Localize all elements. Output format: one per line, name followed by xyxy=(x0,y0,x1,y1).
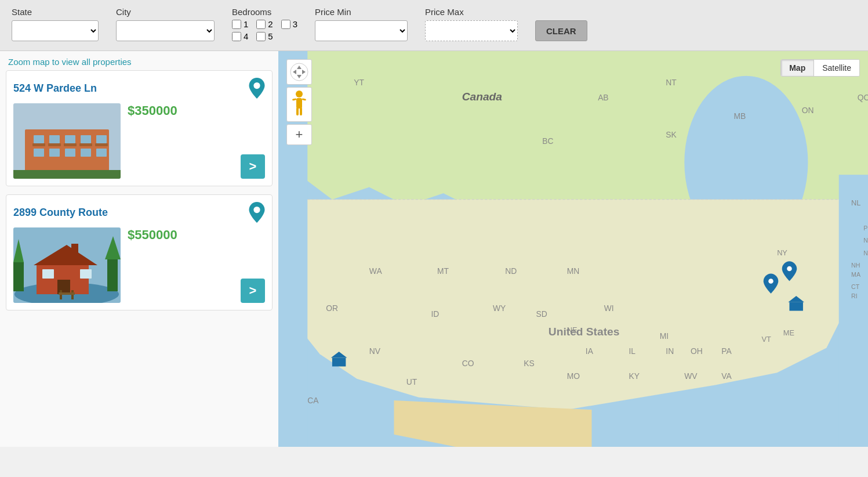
listing-1-title: 524 W Pardee Ln xyxy=(13,82,97,95)
map-type-map-button[interactable]: Map xyxy=(781,60,814,76)
svg-text:IA: IA xyxy=(586,346,594,356)
svg-rect-15 xyxy=(65,149,75,157)
svg-text:RI: RI xyxy=(851,292,858,299)
listing-2-pin-icon xyxy=(249,202,265,223)
bedroom-1-checkbox[interactable] xyxy=(232,20,241,29)
state-select[interactable] xyxy=(12,20,99,41)
city-select[interactable] xyxy=(116,20,215,41)
bedroom-4-checkbox[interactable] xyxy=(232,32,241,41)
svg-rect-28 xyxy=(80,269,92,279)
svg-text:CT: CT xyxy=(851,283,860,290)
svg-text:MT: MT xyxy=(437,266,449,276)
svg-rect-8 xyxy=(32,143,45,146)
listing-1-pin-icon xyxy=(249,78,265,99)
svg-rect-16 xyxy=(81,149,91,157)
listings-scroll[interactable]: 524 W Pardee Ln xyxy=(0,70,278,447)
map-type-satellite-button[interactable]: Satellite xyxy=(814,60,859,76)
bedrooms-row-1: 1 2 3 xyxy=(232,19,297,29)
svg-text:WV: WV xyxy=(684,371,698,381)
price-min-filter-group: Price Min $100,000 $200,000 $300,000 $50… xyxy=(315,7,408,41)
svg-rect-106 xyxy=(302,98,306,100)
map-zoom-in-button[interactable]: + xyxy=(286,124,312,145)
svg-text:MN: MN xyxy=(567,266,580,276)
listing-2-body: $550000 > xyxy=(13,227,265,303)
streetview-button[interactable] xyxy=(286,87,312,122)
streetview-person-icon xyxy=(290,90,308,119)
svg-text:ME: ME xyxy=(783,328,794,337)
bedroom-2-option[interactable]: 2 xyxy=(256,19,273,29)
svg-rect-30 xyxy=(107,259,118,291)
bedroom-5-option[interactable]: 5 xyxy=(256,31,273,41)
price-max-select[interactable]: $200,000 $400,000 $600,000 $1,000,000 xyxy=(425,20,518,41)
svg-point-19 xyxy=(253,207,260,213)
listing-1-image xyxy=(13,103,121,179)
listing-card-1: 524 W Pardee Ln xyxy=(6,70,273,186)
svg-rect-102 xyxy=(296,98,302,109)
svg-text:PE: PE xyxy=(863,225,868,232)
state-filter-group: State xyxy=(12,7,99,41)
svg-text:NS: NS xyxy=(863,250,868,256)
svg-text:NB: NB xyxy=(863,237,868,244)
svg-rect-42 xyxy=(839,175,868,447)
bedrooms-filter-group: Bedrooms 1 2 3 4 5 xyxy=(232,7,297,41)
listing-1-arrow-button[interactable]: > xyxy=(241,154,265,179)
svg-text:CA: CA xyxy=(307,396,319,405)
svg-rect-3 xyxy=(34,135,44,143)
left-panel: Zoom map to view all properties 524 W Pa… xyxy=(0,51,278,447)
svg-text:MA: MA xyxy=(851,271,861,278)
bedroom-2-checkbox[interactable] xyxy=(256,20,266,29)
svg-text:ND: ND xyxy=(505,266,517,276)
svg-text:BC: BC xyxy=(542,136,553,146)
bedrooms-row-2: 4 5 xyxy=(232,31,297,41)
listing-2-title-row: 2899 County Route xyxy=(13,202,265,223)
city-filter-group: City xyxy=(116,7,215,41)
price-max-filter-group: Price Max $200,000 $400,000 $600,000 $1,… xyxy=(425,7,518,41)
svg-rect-14 xyxy=(49,149,60,157)
zoom-hint: Zoom map to view all properties xyxy=(0,51,278,70)
svg-text:MO: MO xyxy=(567,371,580,381)
bedroom-3-checkbox[interactable] xyxy=(281,20,290,29)
svg-rect-6 xyxy=(81,135,91,143)
svg-text:CO: CO xyxy=(462,359,474,368)
bedroom-5-checkbox[interactable] xyxy=(256,32,266,41)
svg-text:OH: OH xyxy=(691,346,703,356)
svg-text:ID: ID xyxy=(431,309,439,319)
svg-rect-18 xyxy=(13,170,121,179)
svg-text:OR: OR xyxy=(326,303,338,313)
svg-rect-103 xyxy=(296,107,299,115)
listing-2-image xyxy=(13,227,121,303)
listing-1-price: $350000 xyxy=(128,103,265,118)
listing-card-2: 2899 County Route xyxy=(6,194,273,310)
bedroom-3-option[interactable]: 3 xyxy=(281,19,297,29)
listing-2-price: $550000 xyxy=(128,227,265,243)
svg-text:YT: YT xyxy=(354,78,364,87)
listing-1-body: $350000 > xyxy=(13,103,265,179)
state-label: State xyxy=(12,7,99,17)
bedroom-1-option[interactable]: 1 xyxy=(232,19,248,29)
bedroom-4-option[interactable]: 4 xyxy=(232,31,248,41)
svg-rect-17 xyxy=(96,149,107,157)
listing-2-arrow-button[interactable]: > xyxy=(241,279,265,303)
svg-text:SK: SK xyxy=(666,130,677,139)
filter-bar: State City Bedrooms 1 2 3 4 xyxy=(0,0,868,51)
svg-point-0 xyxy=(253,82,260,89)
map-pan-button[interactable] xyxy=(286,59,312,85)
svg-text:NL: NL xyxy=(851,198,860,207)
price-min-select[interactable]: $100,000 $200,000 $300,000 $500,000 xyxy=(315,20,408,41)
svg-text:United States: United States xyxy=(549,326,620,338)
price-min-label: Price Min xyxy=(315,7,408,17)
svg-text:VT: VT xyxy=(762,335,772,344)
svg-rect-11 xyxy=(79,143,92,146)
bedrooms-label: Bedrooms xyxy=(232,7,297,17)
svg-rect-10 xyxy=(64,143,77,146)
svg-text:MI: MI xyxy=(660,331,669,341)
city-label: City xyxy=(116,7,215,17)
svg-text:ON: ON xyxy=(802,106,814,115)
map-area[interactable]: Canada NT YT AB SK MB ON QC BC NL NB PE … xyxy=(278,51,868,447)
svg-text:MB: MB xyxy=(734,111,746,121)
svg-rect-5 xyxy=(65,135,75,143)
svg-rect-105 xyxy=(292,98,296,100)
svg-rect-92 xyxy=(332,358,346,367)
clear-button[interactable]: CLEAR xyxy=(535,20,587,41)
listing-1-title-row: 524 W Pardee Ln xyxy=(13,78,265,99)
